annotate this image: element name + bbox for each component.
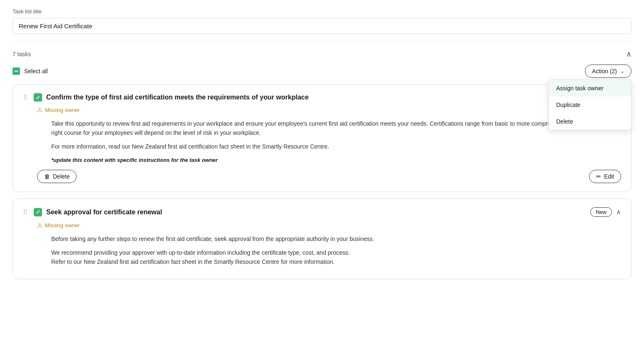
task-description-1: Take this opportunity to review first ai… [51, 119, 621, 151]
task-instructions-1: *update this content with specific instr… [51, 157, 621, 163]
dropdown-item-duplicate[interactable]: Duplicate [549, 97, 631, 113]
dropdown-item-delete[interactable]: Delete [549, 113, 631, 130]
chevron-down-icon: ⌄ [620, 68, 624, 74]
missing-owner-label-1: Missing owner [45, 107, 80, 113]
task-list-title-input[interactable] [12, 18, 632, 34]
select-all-checkbox[interactable] [12, 67, 20, 75]
missing-owner-badge-1: ⚠ Missing owner [37, 107, 621, 113]
divider [12, 42, 632, 42]
new-badge-2: New [590, 207, 612, 217]
select-all-label: Select all [24, 68, 48, 74]
pencil-icon-1: ✏ [596, 173, 601, 180]
task-checkbox-1[interactable] [34, 93, 42, 102]
delete-label-1: Delete [53, 173, 70, 180]
task-card-1-header: ⠿ Confirm the type of first aid certific… [23, 93, 621, 102]
dropdown-item-assign-task-owner[interactable]: Assign task owner [549, 80, 631, 97]
task-description-2: Before taking any further steps to renew… [51, 234, 621, 266]
drag-handle-1[interactable]: ⠿ [23, 94, 28, 102]
delete-button-1[interactable]: 🗑 Delete [37, 170, 77, 183]
missing-owner-label-2: Missing owner [45, 222, 80, 228]
task-checkbox-2[interactable] [34, 208, 42, 216]
task-actions-1: 🗑 Delete ✏ Edit [37, 170, 621, 183]
edit-label-1: Edit [604, 173, 614, 180]
action-button-label: Action (2) [592, 68, 617, 74]
task-title-2: Seek approval for certificate renewal [46, 208, 162, 216]
tasks-count: 7 tasks [12, 51, 31, 57]
action-dropdown-wrapper: Action (2) ⌄ Assign task owner Duplicate… [585, 65, 632, 78]
drag-handle-2[interactable]: ⠿ [23, 208, 28, 216]
action-dropdown-menu: Assign task owner Duplicate Delete [548, 79, 632, 130]
task-desc-2-p2: We recommend providing your approver wit… [51, 248, 621, 267]
warning-icon-1: ⚠ [37, 107, 42, 113]
missing-owner-badge-2: ⚠ Missing owner [37, 222, 621, 228]
select-all-row: Select all Action (2) ⌄ Assign task owne… [12, 65, 632, 78]
task-card-2-header-left: ⠿ Seek approval for certificate renewal [23, 208, 162, 216]
task-card-2-header-right: New ∧ [590, 207, 621, 217]
action-button[interactable]: Action (2) ⌄ [585, 65, 632, 78]
task-description-block-1: Take this opportunity to review first ai… [37, 119, 621, 163]
task-card-1: ⠿ Confirm the type of first aid certific… [12, 84, 632, 192]
trash-icon-1: 🗑 [44, 173, 50, 180]
task-card-2: ⠿ Seek approval for certificate renewal … [12, 199, 632, 279]
task-card-1-header-left: ⠿ Confirm the type of first aid certific… [23, 93, 308, 102]
task-title-1: Confirm the type of first aid certificat… [46, 94, 308, 101]
select-all-left: Select all [12, 67, 48, 75]
collapse-all-button[interactable]: ∧ [626, 50, 632, 59]
collapse-task-2-button[interactable]: ∧ [616, 208, 621, 216]
task-list-title-label: Task list title [12, 8, 632, 15]
task-card-2-header: ⠿ Seek approval for certificate renewal … [23, 207, 621, 217]
task-desc-p2: For more information, read our New Zeala… [51, 142, 621, 151]
edit-button-1[interactable]: ✏ Edit [589, 170, 621, 183]
warning-icon-2: ⚠ [37, 222, 42, 228]
task-desc-2-p1: Before taking any further steps to renew… [51, 234, 621, 243]
tasks-header: 7 tasks ∧ [12, 50, 632, 59]
task-description-block-2: Before taking any further steps to renew… [37, 234, 621, 266]
task-desc-p1: Take this opportunity to review first ai… [51, 119, 621, 138]
